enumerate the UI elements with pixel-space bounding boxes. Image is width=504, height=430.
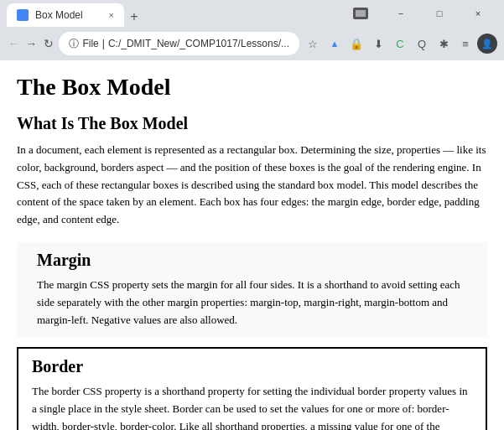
lock-icon: ⓘ	[69, 37, 79, 51]
account-icon1[interactable]: 🔒	[346, 34, 366, 54]
tab-favicon-icon	[17, 9, 29, 21]
page-content[interactable]: The Box Model What Is The Box Model In a…	[0, 60, 504, 430]
tab-title: Box Model	[35, 9, 83, 21]
browser-tab[interactable]: Box Model ×	[7, 3, 124, 27]
chrome-icon[interactable]: C	[390, 34, 410, 54]
tab-area: Box Model × +	[7, 0, 350, 27]
close-button[interactable]: ×	[459, 0, 497, 27]
margin-section: Margin The margin CSS property sets the …	[17, 242, 487, 337]
margin-body: The margin CSS property sets the margin …	[30, 277, 474, 329]
forward-button[interactable]: →	[24, 32, 39, 55]
google-drive-icon[interactable]: ▲	[325, 34, 345, 54]
maximize-button[interactable]: □	[420, 0, 459, 27]
address-protocol: File	[82, 38, 98, 49]
margin-title: Margin	[30, 251, 474, 270]
browser-window: Box Model × + − □ × ←	[0, 0, 504, 430]
back-button[interactable]: ←	[7, 32, 21, 55]
screen-icon	[353, 8, 368, 19]
bookmark-icon[interactable]: ☆	[303, 34, 323, 54]
toolbar-icons: ☆ ▲ 🔒 ⬇ C Q ✱ ≡ 👤	[303, 34, 497, 54]
address-separator: |	[102, 38, 105, 49]
border-body: The border CSS property is a shorthand p…	[32, 383, 472, 430]
section1-title: What Is The Box Model	[17, 114, 487, 133]
page-title: The Box Model	[17, 74, 487, 101]
reload-button[interactable]: ↻	[42, 32, 56, 55]
tab-close-button[interactable]: ×	[109, 10, 114, 20]
border-title: Border	[32, 357, 472, 376]
download-icon[interactable]: ⬇	[368, 34, 388, 54]
address-bar: ← → ↻ ⓘ File | C:/_DMIT_New/_COMP1017/Le…	[0, 27, 504, 60]
minimize-button[interactable]: −	[382, 0, 420, 27]
address-text: ⓘ File | C:/_DMIT_New/_COMP1017/Lessons/…	[69, 37, 289, 51]
menu-icon[interactable]: ≡	[455, 34, 475, 54]
border-section: Border The border CSS property is a shor…	[17, 347, 487, 430]
address-url: C:/_DMIT_New/_COMP1017/Lessons/...	[108, 38, 289, 49]
profile-icon[interactable]: 👤	[477, 34, 497, 54]
window-controls: − □ ×	[382, 0, 497, 27]
search-icon[interactable]: Q	[412, 34, 432, 54]
address-input[interactable]: ⓘ File | C:/_DMIT_New/_COMP1017/Lessons/…	[59, 32, 299, 55]
new-tab-button[interactable]: +	[124, 7, 144, 27]
section1-body: In a document, each element is represent…	[17, 142, 487, 229]
extension-icon[interactable]: ✱	[434, 34, 454, 54]
title-bar: Box Model × + − □ ×	[0, 0, 504, 27]
